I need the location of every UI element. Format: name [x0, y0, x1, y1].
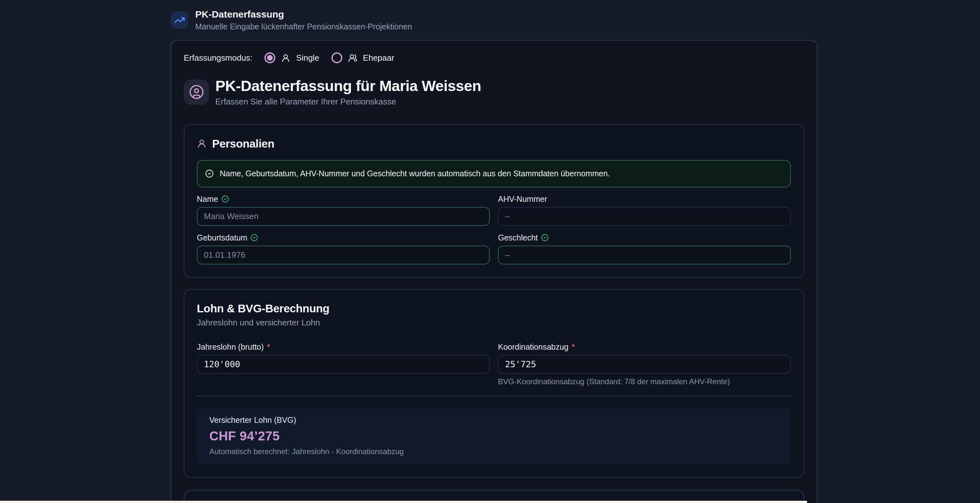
annual-salary-input[interactable] — [197, 355, 490, 374]
annual-salary-label: Jahreslohn (brutto) — [197, 342, 264, 351]
birthdate-field-group: Geburtsdatum — [197, 233, 490, 264]
gender-input[interactable] — [498, 246, 791, 264]
mode-option-ehepaar[interactable]: Ehepaar — [331, 53, 394, 63]
salary-section-title: Lohn & BVG-Berechnung — [197, 302, 791, 315]
name-label: Name — [197, 195, 218, 204]
gender-label: Geschlecht — [498, 233, 538, 243]
insured-salary-value: CHF 94’275 — [209, 429, 778, 443]
coordination-field-group: Koordinationsabzug * BVG-Koordinationsab… — [498, 342, 791, 386]
name-field-group: Name — [197, 195, 490, 226]
ahv-field-group: AHV-Nummer — [498, 195, 791, 226]
insured-salary-label: Versicherter Lohn (BVG) — [209, 415, 778, 425]
coordination-label: Koordinationsabzug — [498, 342, 568, 351]
salary-section-subtitle: Jahreslohn und versicherter Lohn — [197, 318, 791, 328]
check-circle-icon — [250, 234, 258, 241]
ahv-label: AHV-Nummer — [498, 195, 547, 204]
divider — [197, 396, 791, 396]
ahv-input[interactable] — [498, 207, 791, 226]
page-header: PK-Datenerfassung Manuelle Eingabe lücke… — [171, 9, 980, 31]
mode-option-single-label: Single — [296, 53, 319, 63]
circle-user-icon — [184, 80, 209, 105]
check-circle-icon — [221, 195, 229, 203]
personal-section-title: Personalien — [212, 137, 274, 150]
birthdate-label: Geburtsdatum — [197, 233, 247, 243]
mode-option-single[interactable]: Single — [264, 53, 319, 63]
radio-ehepaar[interactable] — [331, 53, 342, 63]
mode-label: Erfassungsmodus: — [184, 53, 252, 63]
form-title: PK-Datenerfassung für Maria Weissen — [215, 78, 481, 94]
annual-salary-field-group: Jahreslohn (brutto) * — [197, 342, 490, 386]
autofill-notice-text: Name, Geburtsdatum, AHV-Nummer und Gesch… — [220, 169, 610, 178]
mode-row: Erfassungsmodus: Single Ehepaar — [184, 51, 804, 64]
user-round-icon — [197, 139, 207, 149]
radio-single[interactable] — [264, 53, 275, 63]
app-title: PK-Datenerfassung — [195, 9, 412, 20]
coordination-helper: BVG-Koordinationsabzug (Standard: 7/8 de… — [498, 377, 791, 386]
autofill-notice: Name, Geburtsdatum, AHV-Nummer und Gesch… — [197, 160, 791, 187]
gender-field-group: Geschlecht — [498, 233, 791, 264]
user-icon — [281, 53, 290, 62]
app-subtitle: Manuelle Eingabe lückenhafter Pensionska… — [195, 22, 412, 31]
insured-salary-box: Versicherter Lohn (BVG) CHF 94’275 Autom… — [197, 408, 791, 465]
main-form-card: Erfassungsmodus: Single Ehepaar — [171, 40, 817, 503]
mode-option-ehepaar-label: Ehepaar — [363, 53, 394, 63]
required-asterisk: * — [572, 342, 575, 351]
bottom-strip — [0, 501, 807, 503]
users-icon — [348, 53, 357, 62]
insured-salary-note: Automatisch berechnet: Jahreslohn - Koor… — [209, 447, 778, 456]
name-input[interactable] — [197, 207, 490, 226]
trending-up-icon — [171, 11, 188, 29]
form-header: PK-Datenerfassung für Maria Weissen Erfa… — [184, 78, 804, 107]
check-circle-icon — [541, 234, 549, 241]
birthdate-input[interactable] — [197, 246, 490, 264]
personal-section: Personalien Name, Geburtsdatum, AHV-Numm… — [184, 124, 804, 278]
form-subtitle: Erfassen Sie alle Parameter Ihrer Pensio… — [215, 97, 481, 107]
salary-section: Lohn & BVG-Berechnung Jahreslohn und ver… — [184, 289, 804, 478]
required-asterisk: * — [267, 342, 270, 351]
coordination-input[interactable] — [498, 355, 791, 374]
check-circle-icon — [205, 169, 214, 178]
